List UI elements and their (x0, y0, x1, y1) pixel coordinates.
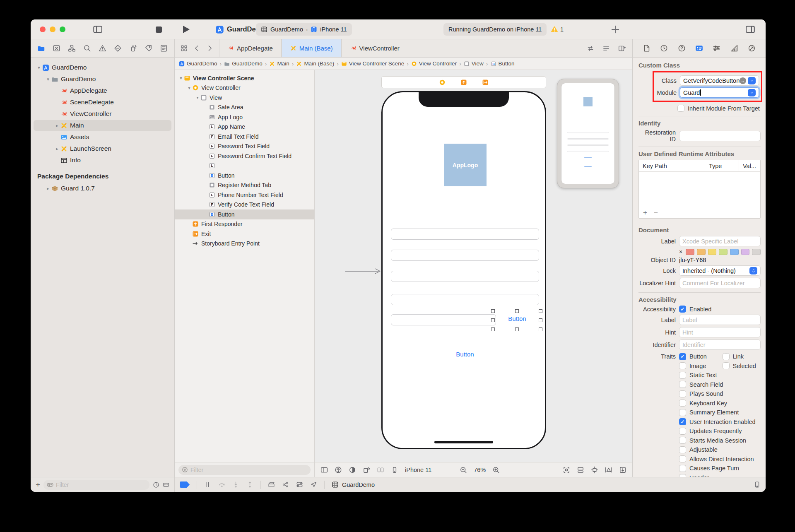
resize-handle[interactable] (491, 309, 495, 313)
navigator-filter-input[interactable]: Filter (43, 480, 149, 490)
breadcrumb-item-view-controller[interactable]: View Controller (411, 60, 457, 67)
canvas-area[interactable]: AppLogo Button But (315, 70, 632, 462)
related-items-icon[interactable] (181, 45, 188, 52)
canvas-device-name[interactable]: iPhone 11 (405, 467, 431, 473)
minimize-window-button[interactable] (50, 26, 55, 32)
view-debugger-icon[interactable] (268, 481, 275, 488)
navigator-row-appdelegate[interactable]: AppDelegate (31, 85, 174, 96)
step-out-icon[interactable] (246, 481, 253, 488)
outline-row-button[interactable]: BButton (175, 209, 314, 219)
disclosure-chevron-icon[interactable]: ▾ (186, 86, 192, 90)
trait-checkbox[interactable] (679, 437, 686, 444)
trait-link[interactable]: Link (723, 353, 766, 360)
outline-row-safe-area[interactable]: Safe Area (175, 103, 314, 113)
trait-checkbox[interactable] (679, 381, 686, 388)
issue-navigator-icon[interactable] (99, 44, 106, 52)
trait-summary-element[interactable]: Summary Element (679, 409, 725, 416)
toggle-navigator-icon[interactable] (93, 24, 103, 34)
simulate-location-icon[interactable] (310, 481, 317, 488)
editor-options-icon[interactable] (602, 45, 610, 52)
project-navigator-icon[interactable] (37, 44, 45, 52)
add-attribute-button[interactable]: + (643, 209, 647, 217)
trait-image[interactable]: Image (679, 362, 723, 369)
outline-row-label[interactable]: L (175, 161, 314, 171)
tab-viewcontroller[interactable]: ViewController (342, 39, 408, 57)
resize-handle[interactable] (515, 309, 519, 313)
trait-checkbox[interactable] (679, 390, 686, 397)
zoom-in-icon[interactable] (492, 466, 500, 474)
pause-icon[interactable] (204, 481, 211, 488)
trait-keyboard-key[interactable]: Keyboard Key (679, 400, 725, 407)
report-navigator-icon[interactable] (160, 44, 168, 52)
color-swatch-3[interactable] (719, 249, 728, 255)
breadcrumb-item-view-controller-scene[interactable]: View Controller Scene (341, 60, 404, 67)
disclosure-chevron-icon[interactable]: ▾ (45, 77, 51, 82)
disclosure-chevron-icon[interactable]: ▸ (54, 123, 60, 128)
navigator-row-guarddemo[interactable]: ▾GuardDemo (31, 62, 174, 73)
package-row-guard[interactable]: ▸Guard 1.0.7 (31, 183, 174, 194)
split-view-icon[interactable] (377, 466, 384, 474)
navigator-row-guarddemo[interactable]: ▾GuardDemo (31, 73, 174, 85)
phone-number-text-field[interactable] (391, 294, 539, 305)
outline-toggle-icon[interactable] (320, 466, 328, 474)
trait-allows-direct-interaction[interactable]: Allows Direct Interaction (679, 455, 725, 462)
color-swatch-0[interactable] (686, 249, 694, 255)
trait-header[interactable]: Header (679, 474, 725, 477)
outline-row-app-name[interactable]: LApp Name (175, 122, 314, 132)
accessibility-hint-field[interactable]: Hint (679, 327, 761, 337)
quick-help-inspector-icon[interactable] (678, 44, 686, 52)
breadcrumb-item-guarddemo[interactable]: GuardDemo (179, 60, 217, 67)
color-swatch-2[interactable] (708, 249, 717, 255)
email-text-field[interactable] (391, 229, 539, 240)
step-over-icon[interactable] (218, 481, 225, 488)
resize-handle[interactable] (491, 327, 495, 331)
adjust-editor-icon[interactable] (619, 466, 626, 474)
color-swatch-1[interactable] (697, 249, 706, 255)
run-destination[interactable]: iPhone 11 (320, 26, 347, 33)
debug-navigator-icon[interactable] (129, 44, 137, 52)
password-text-field[interactable] (391, 250, 539, 261)
lock-dropdown[interactable]: Inherited - (Nothing) (679, 265, 761, 276)
resolve-layout-icon[interactable] (605, 466, 612, 474)
attributes-inspector-icon[interactable] (713, 44, 720, 52)
trait-checkbox[interactable] (679, 372, 686, 379)
debug-process[interactable]: GuardDemo (332, 481, 375, 488)
disclosure-chevron-icon[interactable]: ▸ (54, 146, 60, 152)
trait-checkbox[interactable] (679, 465, 686, 472)
scm-status-icon[interactable] (163, 481, 169, 488)
outline-row-exit[interactable]: Exit (175, 229, 314, 239)
orientation-icon[interactable] (363, 466, 370, 474)
trait-checkbox[interactable] (679, 474, 686, 477)
outline-row-register-method-tab[interactable]: Register Method Tab (175, 181, 314, 190)
resize-handle[interactable] (539, 327, 542, 331)
outline-row-view[interactable]: ▾View (175, 93, 314, 103)
canvas-minimap[interactable] (557, 79, 619, 188)
environment-overrides-icon[interactable] (296, 481, 303, 488)
device-bar-icon[interactable] (754, 481, 761, 488)
jump-to-class-icon[interactable]: → (740, 77, 746, 84)
resize-handle[interactable] (491, 318, 495, 322)
trait-user-interaction-enabled[interactable]: ✓User Interaction Enabled (679, 418, 725, 425)
exit-dock-icon[interactable] (482, 79, 489, 86)
find-navigator-icon[interactable] (83, 44, 91, 52)
zoom-out-icon[interactable] (460, 466, 467, 474)
connections-inspector-icon[interactable] (748, 44, 756, 52)
breadcrumb-item-view[interactable]: View (464, 60, 484, 67)
disclosure-chevron-icon[interactable]: ▸ (45, 186, 51, 191)
outline-filter-input[interactable]: Filter (178, 465, 311, 475)
zoom-window-button[interactable] (60, 26, 65, 32)
trait-checkbox[interactable] (679, 446, 686, 453)
canvas-zoom-level[interactable]: 76% (474, 467, 486, 473)
recent-files-icon[interactable] (153, 481, 159, 488)
trait-checkbox[interactable] (723, 362, 730, 369)
module-dropdown-icon[interactable] (748, 89, 756, 96)
outline-row-first-responder[interactable]: First Responder (175, 219, 314, 229)
update-frames-icon[interactable] (563, 466, 570, 474)
trait-checkbox[interactable]: ✓ (679, 418, 686, 425)
outline-row-button[interactable]: BButton (175, 171, 314, 181)
forward-icon[interactable] (206, 45, 213, 52)
outline-row-storyboard-entry-point[interactable]: Storyboard Entry Point (175, 239, 314, 249)
resize-handle[interactable] (539, 309, 542, 313)
clear-color-icon[interactable]: × (679, 248, 682, 255)
trait-checkbox[interactable]: ✓ (679, 353, 686, 360)
